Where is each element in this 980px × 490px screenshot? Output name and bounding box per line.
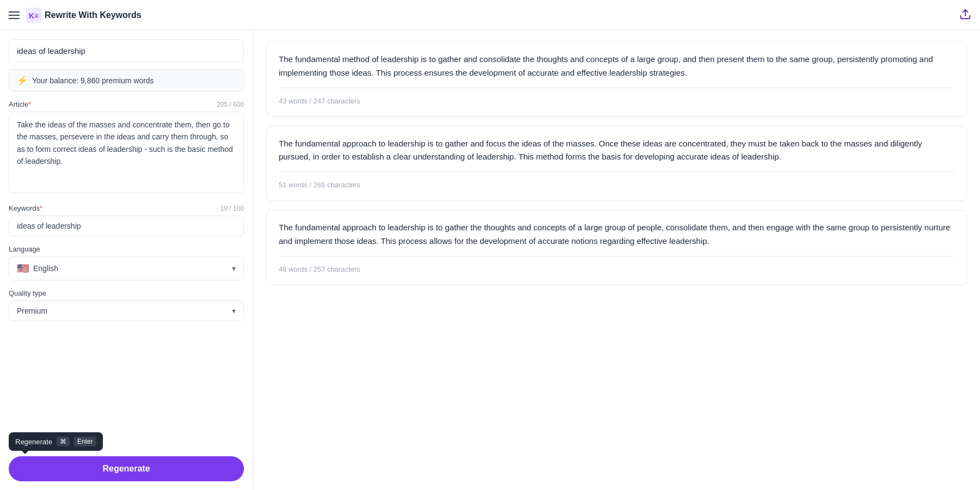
balance-box: ⚡ Your balance: 9,860 premium words bbox=[9, 69, 244, 91]
quality-chevron-icon: ▾ bbox=[232, 307, 236, 315]
language-value: English bbox=[33, 264, 58, 273]
header-left: K≡ Rewrite With Keywords bbox=[9, 8, 142, 23]
language-field: Language 🇺🇸 English ▾ bbox=[9, 245, 244, 280]
logo-icon: K≡ bbox=[26, 8, 41, 23]
kbd-enter: Enter bbox=[74, 437, 96, 446]
quality-selected: Premium bbox=[17, 307, 47, 315]
result-divider-2 bbox=[279, 171, 954, 172]
result-card-1: The fundamental method of leadership is … bbox=[266, 41, 967, 117]
article-label: Article* bbox=[9, 100, 31, 108]
article-required: * bbox=[28, 100, 31, 108]
quality-field: Quality type Premium ▾ bbox=[9, 289, 244, 321]
language-label: Language bbox=[9, 245, 244, 253]
header-right bbox=[959, 8, 971, 22]
quality-label: Quality type bbox=[9, 289, 244, 297]
left-scroll-area[interactable]: ⚡ Your balance: 9,860 premium words Arti… bbox=[0, 30, 253, 428]
logo: K≡ Rewrite With Keywords bbox=[26, 8, 142, 23]
cmd-symbol: ⌘ bbox=[60, 438, 66, 445]
language-selected: 🇺🇸 English bbox=[17, 262, 58, 274]
flag-icon: 🇺🇸 bbox=[17, 262, 29, 274]
chevron-down-icon: ▾ bbox=[232, 264, 236, 273]
result-card-3: The fundamental approach to leadership i… bbox=[266, 210, 967, 285]
result-meta-3: 46 words / 257 characters bbox=[279, 265, 360, 273]
result-divider-3 bbox=[279, 256, 954, 256]
kbd-cmd: ⌘ bbox=[57, 437, 70, 446]
article-label-row: Article* 205 / 600 bbox=[9, 100, 244, 108]
quality-dropdown[interactable]: Premium ▾ bbox=[9, 301, 244, 321]
keywords-input[interactable] bbox=[9, 216, 244, 236]
keywords-label: Keywords* bbox=[9, 204, 42, 212]
keywords-required: * bbox=[40, 204, 42, 212]
topic-input[interactable] bbox=[9, 39, 244, 63]
result-meta-2: 51 words / 265 characters bbox=[279, 181, 360, 189]
article-textarea[interactable]: Take the ideas of the masses and concent… bbox=[9, 112, 244, 193]
result-text-2: The fundamental approach to leadership i… bbox=[279, 137, 954, 164]
right-panel: The fundamental method of leadership is … bbox=[253, 30, 980, 490]
left-panel: ⚡ Your balance: 9,860 premium words Arti… bbox=[0, 30, 253, 490]
keywords-label-row: Keywords* 19 / 100 bbox=[9, 204, 244, 212]
app-title: Rewrite With Keywords bbox=[45, 10, 142, 20]
enter-label: Enter bbox=[77, 438, 93, 445]
regenerate-button[interactable]: Regenerate bbox=[9, 456, 244, 481]
upload-icon[interactable] bbox=[959, 8, 971, 22]
quality-value: Premium bbox=[17, 307, 47, 315]
result-text-3: The fundamental approach to leadership i… bbox=[279, 221, 954, 248]
article-counter: 205 / 600 bbox=[217, 101, 244, 108]
bolt-icon: ⚡ bbox=[17, 75, 28, 85]
result-divider-1 bbox=[279, 88, 954, 88]
main-layout: ⚡ Your balance: 9,860 premium words Arti… bbox=[0, 30, 980, 490]
svg-text:K≡: K≡ bbox=[29, 11, 39, 20]
hamburger-menu[interactable] bbox=[9, 11, 20, 19]
result-meta-1: 43 words / 247 characters bbox=[279, 97, 360, 105]
balance-text: Your balance: 9,860 premium words bbox=[32, 76, 154, 85]
tooltip-text: Regenerate bbox=[15, 438, 52, 446]
left-bottom: Regenerate ⌘ Enter Regenerate bbox=[0, 428, 253, 490]
regenerate-tooltip: Regenerate ⌘ Enter bbox=[9, 432, 103, 451]
result-card-2: The fundamental approach to leadership i… bbox=[266, 126, 967, 201]
result-text-1: The fundamental method of leadership is … bbox=[279, 53, 954, 80]
header: K≡ Rewrite With Keywords bbox=[0, 0, 980, 30]
keywords-counter: 19 / 100 bbox=[220, 205, 244, 212]
language-dropdown[interactable]: 🇺🇸 English ▾ bbox=[9, 256, 244, 280]
